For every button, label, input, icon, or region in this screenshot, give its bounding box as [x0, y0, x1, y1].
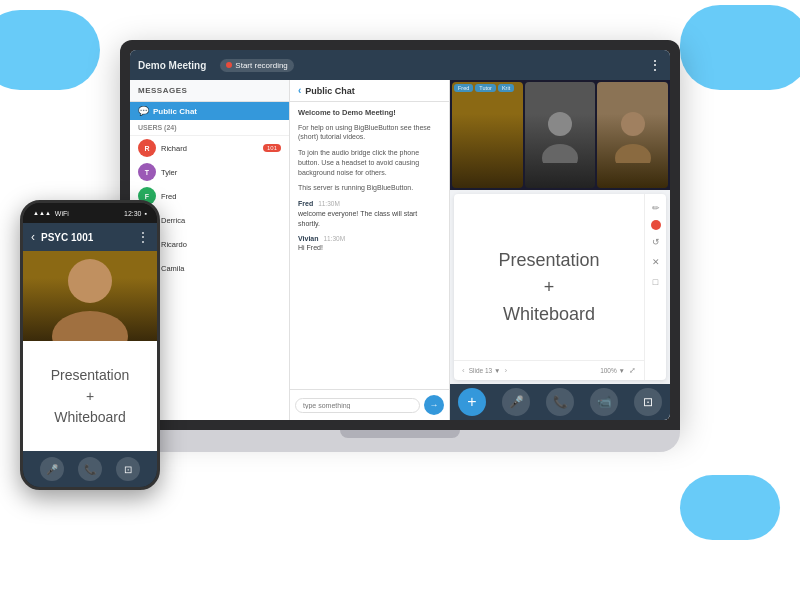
user-name: Tyler [161, 168, 177, 177]
chat-messages-panel: ‹ Public Chat Welcome to Demo Meeting! F… [290, 80, 450, 420]
phone-menu-icon[interactable]: ⋮ [137, 230, 149, 244]
phone-topbar: ‹ PSYC 1001 ⋮ [23, 223, 157, 251]
info-message: For help on using BigBlueButton see thes… [298, 123, 441, 143]
whiteboard-area: Presentation + Whiteboard ✏ ↺ ✕ □ [454, 194, 666, 380]
audio-message: To join the audio bridge click the phone… [298, 148, 441, 177]
laptop-bezel: Demo Meeting Start recording ⋮ MESSAGES … [120, 40, 680, 430]
meeting-title: Demo Meeting [138, 60, 206, 71]
avatar: T [138, 163, 156, 181]
video-thumbnail [597, 82, 668, 188]
server-message: This server is running BigBlueButton. [298, 183, 441, 193]
messages-header: MESSAGES [130, 80, 289, 102]
add-button[interactable]: + [458, 388, 486, 416]
shape-tool-button[interactable]: □ [648, 274, 664, 290]
pencil-tool-button[interactable]: ✏ [648, 200, 664, 216]
phone-screen-button[interactable]: ⊡ [116, 457, 140, 481]
screen-content: MESSAGES 💬 Public Chat USERS (24) R Rich… [130, 80, 670, 420]
message-time: 11:30M [323, 235, 345, 242]
chat-input-area: → [290, 389, 449, 420]
message-text: welcome everyone! The class will start s… [298, 209, 441, 229]
cloud-decoration-bottom-right [680, 475, 780, 540]
phone-meeting-title: PSYC 1001 [41, 232, 137, 243]
chat-input[interactable] [295, 398, 420, 413]
start-recording-button[interactable]: Start recording [220, 59, 293, 72]
svg-point-3 [615, 144, 651, 163]
chat-message: Vivian 11:30M Hi Fred! [298, 234, 441, 254]
screen-share-button[interactable]: ⊡ [634, 388, 662, 416]
phone-phone-button[interactable]: 📞 [78, 457, 102, 481]
message-author: Vivian [298, 235, 319, 242]
back-arrow-icon[interactable]: ‹ [298, 85, 301, 96]
cloud-decoration-left [0, 10, 100, 90]
chat-message: Fred 11:30M welcome everyone! The class … [298, 199, 441, 228]
laptop-base [120, 430, 680, 452]
list-item[interactable]: F Fred [130, 184, 289, 208]
laptop-device: Demo Meeting Start recording ⋮ MESSAGES … [120, 40, 680, 470]
phone-whiteboard: Presentation + Whiteboard [23, 341, 157, 451]
presentation-text: Presentation + Whiteboard [498, 247, 599, 328]
public-chat-tab[interactable]: 💬 Public Chat [130, 102, 289, 120]
clear-tool-button[interactable]: ✕ [648, 254, 664, 270]
message-time: 11:30M [318, 200, 340, 207]
unread-badge: 101 [263, 144, 281, 152]
svg-point-5 [52, 311, 128, 341]
chat-panel-header: ‹ Public Chat [290, 80, 449, 102]
svg-point-1 [542, 144, 578, 163]
video-thumbnail: Fred Tutor Krit [452, 82, 523, 188]
slide-indicator[interactable]: Slide 13 ▼ [469, 367, 501, 374]
role-tag2: Krit [498, 84, 514, 92]
zoom-indicator[interactable]: 100% ▼ [600, 367, 625, 374]
user-name: Camila [161, 264, 184, 273]
phone-status-bar: ▲▲▲ WiFi 12:30 ▪ [23, 203, 157, 223]
video-thumbnail [525, 82, 596, 188]
phone-device: ▲▲▲ WiFi 12:30 ▪ ‹ PSYC 1001 ⋮ Presentat… [20, 200, 160, 490]
phone-toolbar: 🎤 📞 ⊡ [23, 451, 157, 487]
record-dot-icon [226, 62, 232, 68]
user-name: Richard [161, 144, 187, 153]
cloud-decoration-right [680, 5, 800, 90]
whiteboard-bottombar: ‹ Slide 13 ▼ › 100% ▼ ⤢ [454, 360, 644, 380]
prev-slide-button[interactable]: ‹ [462, 366, 465, 375]
welcome-message: Welcome to Demo Meeting! [298, 108, 441, 119]
time-display: 12:30 [124, 210, 142, 217]
phone-video-thumbnail [23, 251, 157, 341]
list-item[interactable]: T Tyler [130, 160, 289, 184]
name-tag: Fred [454, 84, 473, 92]
avatar: R [138, 139, 156, 157]
svg-point-2 [621, 112, 645, 136]
bottom-toolbar: + 🎤 📞 📹 ⊡ [450, 384, 670, 420]
send-button[interactable]: → [424, 395, 444, 415]
message-text: Hi Fred! [298, 243, 441, 253]
wifi-icon: WiFi [55, 210, 69, 217]
message-author: Fred [298, 200, 313, 207]
next-slide-button[interactable]: › [504, 366, 507, 375]
slide-navigation: ‹ Slide 13 ▼ › [462, 366, 507, 375]
screen-topbar: Demo Meeting Start recording ⋮ [130, 50, 670, 80]
user-name: Ricardo [161, 240, 187, 249]
svg-point-0 [548, 112, 572, 136]
user-name: Derrica [161, 216, 185, 225]
phone-microphone-button[interactable]: 🎤 [40, 457, 64, 481]
svg-point-4 [68, 259, 112, 303]
menu-icon[interactable]: ⋮ [648, 57, 662, 73]
list-item[interactable]: R Richard 101 [130, 136, 289, 160]
presenter-label: Fred Tutor Krit [452, 82, 516, 94]
users-header: USERS (24) [130, 120, 289, 136]
main-area: Fred Tutor Krit [450, 80, 670, 420]
microphone-button[interactable]: 🎤 [502, 388, 530, 416]
color-picker-red[interactable] [651, 220, 661, 230]
phone-nav-bar: ◀ ○ □ [23, 487, 157, 490]
drawing-tools: ✏ ↺ ✕ □ [644, 194, 666, 380]
video-button[interactable]: 📹 [590, 388, 618, 416]
laptop-screen: Demo Meeting Start recording ⋮ MESSAGES … [130, 50, 670, 420]
phone-presentation-text: Presentation + Whiteboard [51, 365, 130, 428]
chat-icon: 💬 [138, 106, 149, 116]
chat-messages-body: Welcome to Demo Meeting! For help on usi… [290, 102, 449, 389]
back-icon[interactable]: ‹ [31, 230, 35, 244]
role-tag: Tutor [475, 84, 496, 92]
video-strip: Fred Tutor Krit [450, 80, 670, 190]
signal-icon: ▲▲▲ [33, 210, 51, 216]
undo-tool-button[interactable]: ↺ [648, 234, 664, 250]
fullscreen-button[interactable]: ⤢ [629, 366, 636, 375]
phone-button[interactable]: 📞 [546, 388, 574, 416]
